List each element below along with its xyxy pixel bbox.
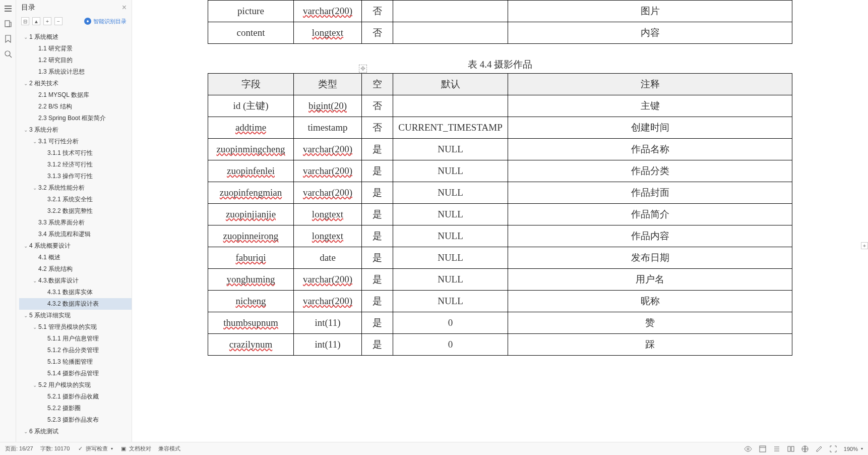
- toc-item[interactable]: 5.2.1 摄影作品收藏: [19, 391, 132, 403]
- table-cell: 是: [362, 182, 393, 204]
- table-cell: id (主键): [208, 95, 294, 117]
- view-eye-icon[interactable]: [744, 446, 752, 452]
- table-cell: 作品名称: [508, 139, 792, 160]
- table-cell: NULL: [393, 269, 508, 291]
- toolbar-btn-3[interactable]: +: [43, 17, 51, 25]
- smart-toc-button[interactable]: ● 智能识别目录: [84, 18, 127, 25]
- table-cell: 否: [362, 117, 393, 139]
- table-cell: varchar(200): [294, 160, 362, 182]
- table-cell: longtext: [294, 22, 362, 44]
- compat-mode[interactable]: 兼容模式: [158, 445, 180, 452]
- chevron-down-icon: ⌄: [31, 137, 38, 146]
- toc-item-label: 3.3 系统界面分析: [38, 218, 85, 227]
- page-indicator[interactable]: 页面: 16/27: [5, 445, 33, 452]
- table-cell: 是: [362, 312, 393, 334]
- table-cell: 作品封面: [508, 182, 792, 204]
- table-cell: nicheng: [208, 291, 294, 312]
- toc-item-label: 4.3.1 数据库实体: [47, 288, 93, 297]
- view-edit-icon[interactable]: [816, 445, 823, 452]
- table-header: 空: [362, 74, 393, 95]
- table-cell: 图片: [508, 1, 792, 22]
- toc-item[interactable]: ⌄6 系统测试: [19, 426, 132, 437]
- toc-item-label: 4 系统概要设计: [29, 241, 71, 251]
- zoom-level[interactable]: 190%▾: [844, 446, 863, 452]
- toc-item[interactable]: ⌄2 相关技术: [19, 78, 132, 89]
- toc-item-label: 3 系统分析: [29, 125, 58, 135]
- table-cell: picture: [208, 1, 294, 22]
- sidebar-toolbar: ⊟ ▲ + − ● 智能识别目录: [16, 15, 132, 29]
- toc-item[interactable]: 4.1 概述: [19, 252, 132, 263]
- svg-rect-1: [5, 8, 12, 9]
- toc-item[interactable]: 4.3.2 数据库设计表: [19, 298, 132, 310]
- sidebar-title: 目录: [21, 3, 122, 12]
- sidebar: 目录 × ⊟ ▲ + − ● 智能识别目录 ⌄1 系统概述1.1 研究背景1.2…: [16, 0, 132, 455]
- toc-item-label: 3.1 可行性分析: [38, 137, 79, 146]
- toc-item[interactable]: 5.2.3 摄影作品发布: [19, 414, 132, 426]
- view-outline-icon[interactable]: [773, 445, 780, 452]
- toc-item[interactable]: ⌄5.1 管理员模块的实现: [19, 321, 132, 333]
- table-cell: bigint(20): [294, 95, 362, 117]
- toc-item[interactable]: 3.3 系统界面分析: [19, 217, 132, 229]
- toc-item[interactable]: 2.2 B/S 结构: [19, 101, 132, 112]
- toc-item[interactable]: ⌄1 系统概述: [19, 31, 132, 43]
- fullscreen-icon[interactable]: [830, 445, 837, 452]
- table-cell: NULL: [393, 204, 508, 225]
- toolbar-btn-1[interactable]: ⊟: [21, 17, 29, 25]
- toolbar-btn-4[interactable]: −: [54, 17, 63, 25]
- toc-item[interactable]: ⌄3.1 可行性分析: [19, 136, 132, 147]
- table-header: 默认: [393, 74, 508, 95]
- toc-item[interactable]: 1.1 研究背景: [19, 43, 132, 54]
- insert-icon[interactable]: [4, 19, 13, 28]
- toc-item[interactable]: 2.1 MYSQL 数据库: [19, 89, 132, 101]
- toolbar-btn-2[interactable]: ▲: [32, 17, 40, 25]
- toc-item-label: 5.1.4 摄影作品管理: [47, 369, 99, 378]
- toc-item[interactable]: 3.2.2 数据完整性: [19, 205, 132, 217]
- table-cell: 发布日期: [508, 247, 792, 269]
- bookmark-icon[interactable]: [4, 34, 13, 43]
- add-column-button[interactable]: +: [861, 242, 868, 249]
- toc-item[interactable]: 3.2.1 系统安全性: [19, 194, 132, 205]
- svg-rect-12: [788, 446, 790, 451]
- toc-item-label: 5.2.1 摄影作品收藏: [47, 392, 99, 402]
- toc-item[interactable]: 4.3.1 数据库实体: [19, 287, 132, 298]
- toc-item[interactable]: 3.4 系统流程和逻辑: [19, 229, 132, 240]
- document-content[interactable]: ✥ picturevarchar(200)否图片contentlongtext否…: [132, 0, 868, 455]
- toc-item[interactable]: ⌄5.2 用户模块的实现: [19, 379, 132, 391]
- view-page-icon[interactable]: [759, 445, 766, 452]
- view-web-icon[interactable]: [801, 445, 809, 452]
- toc-item[interactable]: 1.2 研究目的: [19, 54, 132, 66]
- chevron-down-icon: ⌄: [22, 311, 29, 320]
- proofread-button[interactable]: ▣文档校对: [120, 445, 151, 452]
- spellcheck-toggle[interactable]: ✓拼写检查▾: [77, 445, 113, 452]
- toc-item[interactable]: 3.1.2 经济可行性: [19, 159, 132, 170]
- toc-item[interactable]: ⌄3 系统分析: [19, 124, 132, 136]
- outline-icon[interactable]: [4, 4, 13, 13]
- toc-item[interactable]: ⌄4.3.数据库设计: [19, 275, 132, 287]
- toc-tree[interactable]: ⌄1 系统概述1.1 研究背景1.2 研究目的1.3 系统设计思想⌄2 相关技术…: [16, 29, 132, 455]
- toc-item[interactable]: 2.3 Spring Boot 框架简介: [19, 112, 132, 124]
- table-cell: addtime: [208, 117, 294, 139]
- toc-item[interactable]: ⌄3.2 系统性能分析: [19, 182, 132, 194]
- search-icon[interactable]: [4, 49, 13, 59]
- table-prev-partial: picturevarchar(200)否图片contentlongtext否内容: [208, 0, 792, 44]
- toc-item[interactable]: 4.2 系统结构: [19, 263, 132, 275]
- view-read-icon[interactable]: [787, 445, 794, 452]
- svg-rect-13: [791, 446, 794, 451]
- left-rail: [0, 0, 16, 455]
- close-icon[interactable]: ×: [122, 3, 127, 12]
- toc-item[interactable]: ⌄4 系统概要设计: [19, 240, 132, 252]
- toc-item[interactable]: 5.2.2 摄影圈: [19, 403, 132, 414]
- toc-item[interactable]: 5.1.4 摄影作品管理: [19, 368, 132, 379]
- toc-item[interactable]: 5.1.1 用户信息管理: [19, 333, 132, 345]
- table-header: 字段: [208, 74, 294, 95]
- toc-item[interactable]: 3.1.3 操作可行性: [19, 170, 132, 182]
- toc-item[interactable]: ⌄5 系统详细实现: [19, 310, 132, 321]
- toc-item[interactable]: 5.1.3 轮播图管理: [19, 356, 132, 368]
- table-cell: 是: [362, 291, 393, 312]
- toc-item[interactable]: 5.1.2 作品分类管理: [19, 345, 132, 356]
- table-move-handle[interactable]: ✥: [359, 65, 367, 73]
- toc-item[interactable]: 1.3 系统设计思想: [19, 66, 132, 78]
- table-cell: zuopinjianjie: [208, 204, 294, 225]
- word-count[interactable]: 字数: 10170: [40, 445, 70, 452]
- toc-item[interactable]: 3.1.1 技术可行性: [19, 147, 132, 159]
